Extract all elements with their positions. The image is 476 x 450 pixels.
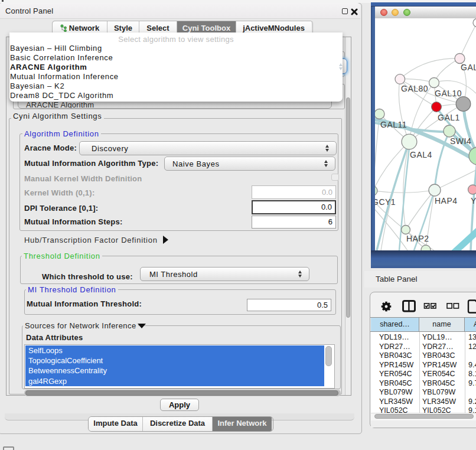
svg-text:HAP4: HAP4 [435,196,458,206]
svg-text:GAL11: GAL11 [380,120,407,129]
svg-text:GAL7: GAL7 [461,63,476,72]
svg-text:GAL10: GAL10 [435,89,462,98]
svg-text:SWI4: SWI4 [450,136,471,146]
svg-text:GCY1: GCY1 [375,197,396,207]
svg-text:HAP2: HAP2 [406,234,429,243]
svg-text:GAL1: GAL1 [438,113,460,122]
svg-text:GAL4: GAL4 [410,150,432,159]
svg-text:GAL80: GAL80 [401,84,428,93]
svg-text:YJ: YJ [471,196,476,206]
